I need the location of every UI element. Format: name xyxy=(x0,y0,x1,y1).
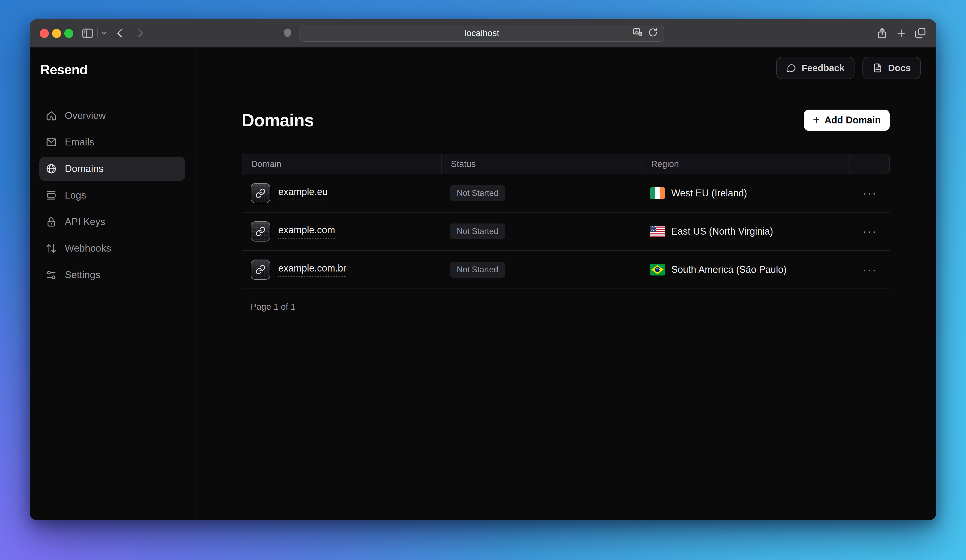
column-header-region: Region xyxy=(642,154,849,174)
region-value: East US (North Virginia) xyxy=(650,226,773,237)
table-row: example.eu Not Started West EU (Ireland)… xyxy=(242,174,890,213)
row-menu-button[interactable]: ··· xyxy=(863,226,877,237)
globe-icon xyxy=(46,163,57,174)
sidebar-item-webhooks[interactable]: Webhooks xyxy=(39,236,185,260)
sidebar-item-label: Settings xyxy=(65,269,100,280)
browser-toolbar: localhost Aa xyxy=(30,19,936,48)
main-header: Feedback Docs xyxy=(196,48,936,88)
ireland-flag-icon xyxy=(650,187,665,199)
toolbar-divider xyxy=(97,28,98,38)
link-icon xyxy=(255,226,266,236)
main-area: Feedback Docs Domains + Add Domain xyxy=(196,48,936,520)
link-icon xyxy=(255,265,266,275)
svg-text:A: A xyxy=(635,29,638,33)
domain-name-link[interactable]: example.eu xyxy=(278,186,328,200)
add-domain-button[interactable]: + Add Domain xyxy=(804,110,890,131)
privacy-shield-icon[interactable] xyxy=(280,19,295,47)
forward-icon[interactable] xyxy=(133,19,146,47)
region-label: East US (North Virginia) xyxy=(671,226,773,237)
share-icon[interactable] xyxy=(875,19,890,47)
sidebar-item-label: Overview xyxy=(65,110,106,121)
sidebar-item-label: Emails xyxy=(65,137,94,148)
sidebar-item-settings[interactable]: Settings xyxy=(39,263,185,287)
region-value: West EU (Ireland) xyxy=(650,187,747,199)
tab-overview-icon[interactable] xyxy=(913,19,928,47)
sidebar-item-label: Logs xyxy=(65,190,86,201)
browser-window: localhost Aa xyxy=(30,19,936,520)
plus-icon: + xyxy=(813,114,820,126)
table-header: Domain Status Region xyxy=(242,154,890,174)
brazil-flag-icon xyxy=(650,264,665,275)
domain-name-link[interactable]: example.com xyxy=(278,224,335,239)
domain-link-button[interactable] xyxy=(251,260,270,280)
region-value: South America (São Paulo) xyxy=(650,264,787,275)
back-icon[interactable] xyxy=(113,19,127,47)
status-badge: Not Started xyxy=(450,185,505,201)
region-label: West EU (Ireland) xyxy=(671,188,747,199)
app-frame: Resend Overview Emails Domains xyxy=(30,48,936,520)
pagination-status: Page 1 of 1 xyxy=(242,302,890,312)
close-window-button[interactable] xyxy=(40,29,49,38)
us-flag-icon xyxy=(650,226,665,237)
row-menu-button[interactable]: ··· xyxy=(863,187,877,199)
arrows-up-down-icon xyxy=(46,243,57,254)
home-icon xyxy=(46,110,57,121)
column-header-actions xyxy=(849,154,889,174)
chevron-down-icon[interactable] xyxy=(99,19,108,47)
sidebar-item-logs[interactable]: Logs xyxy=(39,183,185,207)
sidebar-item-label: API Keys xyxy=(65,216,105,228)
feedback-button-label: Feedback xyxy=(802,63,844,73)
feedback-button[interactable]: Feedback xyxy=(776,57,854,79)
status-badge: Not Started xyxy=(450,223,505,239)
resend-logo[interactable]: Resend xyxy=(40,62,195,77)
column-header-status: Status xyxy=(441,154,642,174)
domain-link-button[interactable] xyxy=(251,221,270,242)
domain-link-button[interactable] xyxy=(251,183,270,203)
domains-table: Domain Status Region example.eu xyxy=(242,154,890,289)
translate-icon[interactable]: Aa xyxy=(632,27,643,39)
desktop-background: localhost Aa xyxy=(0,0,966,560)
docs-button-label: Docs xyxy=(888,63,911,73)
minimize-window-button[interactable] xyxy=(52,29,61,38)
sidebar-nav: Overview Emails Domains Logs xyxy=(30,104,195,287)
zoom-window-button[interactable] xyxy=(64,29,73,38)
region-label: South America (São Paulo) xyxy=(671,264,787,275)
sidebar-item-emails[interactable]: Emails xyxy=(39,130,185,154)
address-bar[interactable]: localhost Aa xyxy=(299,25,664,42)
domains-page: Domains + Add Domain Domain Status Regio… xyxy=(196,88,936,520)
sidebar-item-label: Webhooks xyxy=(65,243,111,254)
sidebar: Resend Overview Emails Domains xyxy=(30,48,196,520)
sidebar-item-api-keys[interactable]: API Keys xyxy=(39,210,185,234)
table-row: example.com.br Not Started xyxy=(242,251,890,289)
logs-icon xyxy=(46,190,57,201)
column-header-domain: Domain xyxy=(242,154,441,174)
message-bubble-icon xyxy=(786,63,796,73)
table-row: example.com Not Started xyxy=(242,213,890,251)
sliders-icon xyxy=(46,269,57,280)
link-icon xyxy=(255,188,266,198)
svg-text:a: a xyxy=(639,33,641,36)
domain-name-link[interactable]: example.com.br xyxy=(278,263,346,277)
page-title: Domains xyxy=(242,110,314,130)
sidebar-item-overview[interactable]: Overview xyxy=(39,104,185,128)
file-text-icon xyxy=(872,63,882,73)
status-badge: Not Started xyxy=(450,262,505,278)
docs-button[interactable]: Docs xyxy=(863,57,921,79)
reload-icon[interactable] xyxy=(648,28,658,39)
sidebar-item-label: Domains xyxy=(65,163,104,174)
lock-icon xyxy=(46,216,57,228)
row-menu-button[interactable]: ··· xyxy=(863,264,877,275)
url-text: localhost xyxy=(465,28,499,38)
sidebar-item-domains[interactable]: Domains xyxy=(39,157,185,181)
new-tab-icon[interactable] xyxy=(894,19,909,47)
add-domain-button-label: Add Domain xyxy=(825,115,881,126)
mail-icon xyxy=(46,137,57,148)
sidebar-toggle-icon[interactable] xyxy=(80,19,95,47)
